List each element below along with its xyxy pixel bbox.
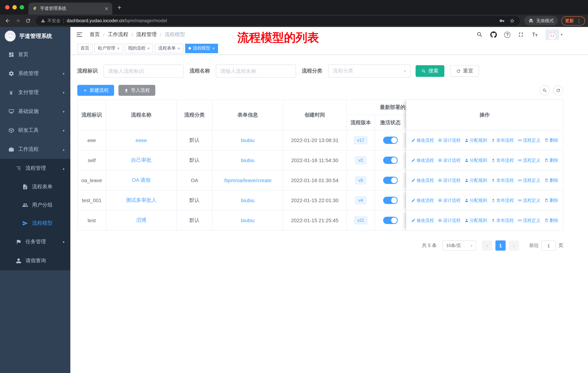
action-link-edit[interactable]: 修改流程 — [411, 197, 434, 203]
breadcrumb-process-management[interactable]: 流程管理 — [136, 31, 157, 38]
sidebar-item-process-management[interactable]: 流程管理 ▴ — [0, 159, 70, 178]
prev-page-button[interactable]: ‹ — [482, 240, 492, 251]
action-link-design[interactable]: 设计流程 — [438, 157, 461, 163]
action-link-design[interactable]: 设计流程 — [438, 197, 461, 203]
status-toggle[interactable] — [383, 157, 398, 164]
maximize-window-button[interactable] — [20, 5, 24, 10]
tag-process-model[interactable]: 流程模型 × — [185, 43, 218, 53]
search-button[interactable]: 搜索 — [416, 65, 444, 77]
help-icon[interactable] — [504, 31, 511, 38]
browser-menu-icon[interactable]: ⋮ — [577, 18, 581, 23]
security-chip[interactable]: 不安全 — [41, 18, 61, 24]
process-name-input[interactable] — [216, 64, 296, 78]
goto-page-input[interactable] — [541, 240, 556, 251]
action-link-publish[interactable]: 发布流程 — [491, 177, 514, 183]
new-tab-button[interactable]: + — [117, 4, 121, 11]
sidebar-item-workflow[interactable]: 工作流程 ▴ — [0, 140, 70, 159]
tag-my-process[interactable]: 我的流程 × — [125, 43, 153, 53]
sidebar-item-user-group[interactable]: 用户分组 — [0, 196, 70, 214]
process-name-link[interactable]: OA 请假 — [132, 177, 151, 183]
tag-tenant[interactable]: 租户管理 × — [94, 43, 123, 53]
update-chip[interactable]: 更新 ⋮ — [561, 16, 585, 25]
browser-tab[interactable]: 芋道管理系统 ✕ — [28, 2, 112, 15]
action-link-delete[interactable]: 删除 — [544, 177, 558, 183]
tag-home[interactable]: 首页 — [77, 43, 93, 53]
action-link-assign[interactable]: 分配规则 — [464, 217, 487, 223]
action-link-assign[interactable]: 分配规则 — [464, 157, 487, 163]
app-logo[interactable]: 芋道管理系统 — [0, 27, 70, 45]
action-link-link[interactable]: 流程定义 — [517, 217, 540, 223]
close-window-button[interactable] — [5, 5, 10, 10]
process-name-link[interactable]: 测试多审批人 — [126, 197, 157, 203]
status-toggle[interactable] — [383, 217, 398, 224]
sidebar-item-process-form[interactable]: 流程表单 — [0, 178, 70, 196]
status-toggle[interactable] — [383, 177, 398, 184]
action-link-delete[interactable]: 删除 — [544, 217, 558, 223]
action-link-publish[interactable]: 发布流程 — [491, 197, 514, 203]
refresh-table-button[interactable] — [553, 85, 563, 95]
sidebar-item-payment[interactable]: ¥ 支付管理 ▾ — [0, 83, 70, 102]
sidebar-item-devtools[interactable]: 研发工具 ▾ — [0, 121, 70, 140]
action-link-delete[interactable]: 删除 — [544, 157, 558, 163]
back-button[interactable] — [3, 16, 12, 26]
close-icon[interactable]: × — [178, 46, 180, 50]
process-name-link[interactable]: 滔博 — [136, 217, 146, 223]
process-name-link[interactable]: eeee — [136, 137, 147, 143]
bookmark-star-icon[interactable] — [510, 18, 515, 23]
reload-button[interactable] — [23, 16, 33, 26]
sidebar-item-home[interactable]: 首页 — [0, 45, 70, 64]
forward-button[interactable] — [13, 16, 23, 26]
close-icon[interactable]: × — [117, 46, 120, 50]
action-link-link[interactable]: 流程定义 — [517, 157, 540, 163]
status-toggle[interactable] — [383, 197, 398, 204]
tag-process-form[interactable]: 流程表单 × — [155, 43, 183, 53]
github-icon[interactable] — [491, 31, 497, 38]
font-size-icon[interactable] — [532, 31, 538, 38]
create-process-button[interactable]: 新建流程 — [77, 85, 114, 96]
action-link-assign[interactable]: 分配规则 — [464, 137, 487, 143]
search-icon[interactable] — [477, 31, 483, 38]
sidebar-item-leave-query[interactable]: 请假查询 — [0, 251, 70, 270]
user-menu[interactable]: ▾ — [546, 29, 562, 40]
process-name-link[interactable]: 自己审批 — [131, 157, 151, 163]
hamburger-icon[interactable] — [76, 31, 83, 38]
action-link-design[interactable]: 设计流程 — [438, 177, 461, 183]
reset-button[interactable]: 重置 — [450, 65, 479, 77]
action-link-assign[interactable]: 分配规则 — [464, 197, 487, 203]
action-link-delete[interactable]: 删除 — [544, 197, 558, 203]
form-link[interactable]: biubiu — [241, 217, 255, 223]
action-link-design[interactable]: 设计流程 — [438, 217, 461, 223]
action-link-delete[interactable]: 删除 — [544, 137, 558, 143]
page-number-button[interactable]: 1 — [495, 240, 506, 251]
fullscreen-icon[interactable] — [518, 31, 524, 38]
incognito-chip[interactable]: 无痕模式 — [524, 16, 558, 26]
form-link[interactable]: biubiu — [241, 137, 255, 143]
sidebar-item-task-management[interactable]: 任务管理 ▾ — [0, 232, 70, 251]
sidebar-item-system[interactable]: 系统管理 ▾ — [0, 64, 70, 83]
url-bar[interactable]: 不安全 dashboard.yudao.iocoder.cn/bpm/manag… — [36, 16, 520, 26]
action-link-link[interactable]: 流程定义 — [517, 177, 540, 183]
sidebar-item-infrastructure[interactable]: 基础设施 ▾ — [0, 102, 70, 121]
close-icon[interactable]: × — [212, 46, 215, 50]
action-link-link[interactable]: 流程定义 — [517, 137, 540, 143]
toggle-search-button[interactable] — [539, 85, 550, 95]
action-link-edit[interactable]: 修改流程 — [411, 137, 434, 143]
breadcrumb-workflow[interactable]: 工作流程 — [108, 31, 128, 38]
form-link[interactable]: biubiu — [241, 157, 255, 163]
action-link-edit[interactable]: 修改流程 — [411, 217, 434, 223]
sidebar-item-process-model[interactable]: 流程模型 — [0, 214, 70, 232]
status-toggle[interactable] — [383, 137, 398, 144]
form-link[interactable]: /bpm/oa/leave/create — [224, 177, 272, 183]
action-link-publish[interactable]: 发布流程 — [491, 217, 514, 223]
next-page-button[interactable]: › — [509, 240, 519, 251]
action-link-edit[interactable]: 修改流程 — [411, 177, 434, 183]
action-link-publish[interactable]: 发布流程 — [491, 157, 514, 163]
process-category-select[interactable]: 流程分类 ▾ — [328, 64, 410, 78]
process-id-input[interactable] — [104, 64, 184, 78]
action-link-design[interactable]: 设计流程 — [438, 137, 461, 143]
action-link-assign[interactable]: 分配规则 — [464, 177, 487, 183]
close-icon[interactable]: × — [147, 46, 150, 50]
form-link[interactable]: biubiu — [241, 197, 255, 203]
breadcrumb-home[interactable]: 首页 — [90, 31, 100, 38]
action-link-link[interactable]: 流程定义 — [517, 197, 540, 203]
